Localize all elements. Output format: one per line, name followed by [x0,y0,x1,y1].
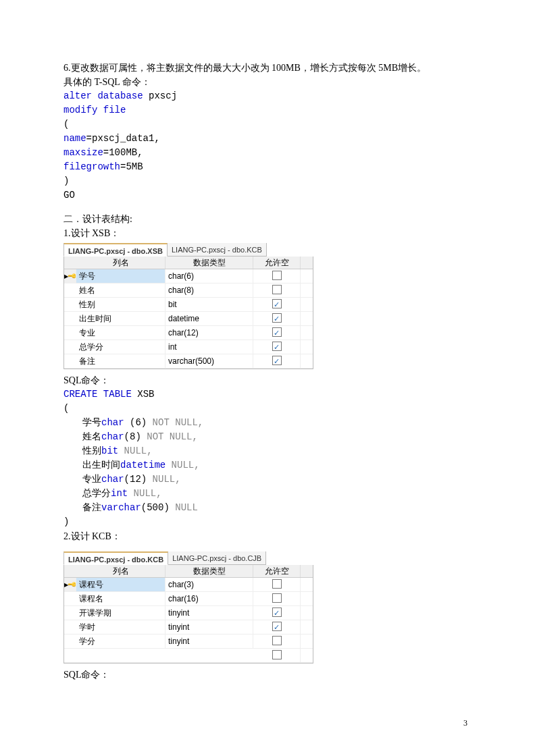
table-row[interactable]: 🔑学号char(6) [64,269,313,284]
sql-col-line: 专业char(12) NULL, [63,473,472,487]
col-null-cell[interactable] [253,634,301,648]
page-number: 3 [463,717,467,729]
col-type-cell[interactable]: varchar(500) [165,354,253,368]
table-row[interactable]: 总学分int [64,340,313,354]
col-type-cell[interactable]: char(12) [165,326,253,340]
col-name-cell[interactable]: 开课学期 [76,606,165,620]
sqlcmd-label-1: SQL命令： [63,373,472,387]
checkbox[interactable] [272,327,282,337]
col-name-cell[interactable]: 学时 [76,620,165,634]
checkbox[interactable] [272,608,282,617]
checkbox[interactable] [272,356,282,365]
table-row[interactable]: 性别bit [64,298,313,312]
col-type-cell[interactable]: char(3) [165,578,253,591]
sql-col-line: 备注varchar(500) NULL [63,501,472,515]
col-name-cell[interactable]: 课程名 [76,592,165,605]
checkbox[interactable] [272,299,282,308]
col-null-cell[interactable] [253,284,301,297]
checkbox[interactable] [272,593,282,603]
col-type-cell[interactable]: tinyint [165,606,253,620]
tab-kcb-inactive[interactable]: LIANG-PC.pxscj - dbo.KCB [168,243,267,256]
table-row[interactable]: 学分tinyint [64,634,313,649]
section-2: 二．设计表结构: [63,212,472,226]
tab-cjb-inactive[interactable]: LIANG-PC.pxscj - dbo.CJB [168,551,266,565]
kw-maxsize: maxsize [63,147,103,158]
table-row[interactable]: 学时tinyint [64,620,313,634]
table-row[interactable]: 开课学期tinyint [64,606,313,620]
checkbox[interactable] [272,622,282,631]
col-name-cell[interactable]: 出生时间 [76,312,165,325]
kw-create: CREATE [63,389,97,400]
tab-kcb[interactable]: LIANG-PC.pxscj - dbo.KCB [63,551,168,565]
col-type-cell[interactable]: int [165,340,253,354]
table-row[interactable]: 姓名char(8) [64,284,313,298]
table-row[interactable]: 备注varchar(500) [64,354,313,369]
filegrowth-val: =5MB [120,161,143,172]
col-name-cell[interactable]: 姓名 [76,284,165,297]
sql-block-1: alter database pxscj modify file ( name=… [63,89,472,202]
kw-modify-file: modify file [63,105,126,115]
checkbox[interactable] [272,579,282,589]
key-icon: 🔑 [66,269,76,284]
kcb-designer: LIANG-PC.pxscj - dbo.KCB LIANG-PC.pxscj … [63,551,313,664]
col-null-cell[interactable] [253,269,301,283]
col-type-cell[interactable]: char(6) [165,269,253,283]
sql-col-line: 姓名char(8) NOT NULL, [63,430,472,444]
col-name-cell[interactable]: 性别 [76,298,165,311]
checkbox[interactable] [272,285,282,294]
go: GO [63,188,472,202]
col-null-cell[interactable] [253,326,301,340]
col-type-cell[interactable]: datetime [165,312,253,325]
maxsize-val: =100MB, [103,147,143,158]
name-val: =pxscj_data1, [86,133,160,144]
col-name-cell[interactable]: 备注 [76,354,165,368]
checkbox[interactable] [272,636,282,645]
intro-text: 6.更改数据可属性，将主数据文件的最大大小改为 100MB，增长方式按每次 5M… [63,61,472,75]
kw-filegrowth: filegrowth [63,161,120,172]
tab-xsb[interactable]: LIANG-PC.pxscj - dbo.XSB [63,243,168,256]
checkbox[interactable] [272,342,282,351]
paren-close: ) [63,174,472,188]
paren-open: ( [63,117,472,132]
col-name-cell[interactable]: 学分 [76,634,165,648]
hdr-col-2: 列名 [76,565,165,577]
table-row[interactable]: 专业char(12) [64,326,313,340]
kw-database: database [92,90,143,101]
col-type-cell[interactable]: tinyint [165,634,253,648]
col-null-cell[interactable] [253,312,301,325]
col-null-cell[interactable] [253,298,301,311]
grid-header-2: 列名 数据类型 允许空 [64,565,313,578]
col-null-cell[interactable] [253,354,301,368]
sqlcmd-label-2: SQL命令： [63,668,472,682]
sql-col-line: 性别bit NULL, [63,444,472,458]
col-type-cell[interactable]: char(16) [165,592,253,605]
col-type-cell[interactable]: tinyint [165,620,253,634]
col-type-cell[interactable]: char(8) [165,284,253,297]
checkbox[interactable] [272,271,282,280]
col-name-cell[interactable]: 学号 [76,269,165,283]
col-name-cell[interactable]: 专业 [76,326,165,340]
sql-col-line: 学号char (6) NOT NULL, [63,416,472,430]
col-null-cell[interactable] [253,340,301,354]
kw-table: TABLE [97,389,131,400]
col-name-cell[interactable]: 课程号 [76,578,165,591]
checkbox[interactable] [272,313,282,323]
xsb-designer: LIANG-PC.pxscj - dbo.XSB LIANG-PC.pxscj … [63,243,313,369]
table-row[interactable]: 出生时间datetime [64,312,313,326]
col-null-cell[interactable] [253,620,301,634]
table-row-empty[interactable] [64,649,313,663]
col-name-cell[interactable]: 总学分 [76,340,165,354]
xsb-label: 1.设计 XSB： [63,226,472,240]
table-row[interactable]: 课程名char(16) [64,592,313,606]
hdr-null: 允许空 [253,256,301,269]
paren-open-2: ( [63,402,472,416]
col-null-cell[interactable] [253,578,301,591]
col-null-cell[interactable] [253,606,301,620]
xsb-sql: CREATE TABLE XSB ( 学号char (6) NOT NULL,姓… [63,387,472,529]
table-row[interactable]: 🔑课程号char(3) [64,578,313,592]
checkbox[interactable] [272,650,282,659]
sql-col-line: 出生时间datetime NULL, [63,458,472,473]
hdr-col: 列名 [76,256,165,269]
col-type-cell[interactable]: bit [165,298,253,311]
col-null-cell[interactable] [253,592,301,605]
